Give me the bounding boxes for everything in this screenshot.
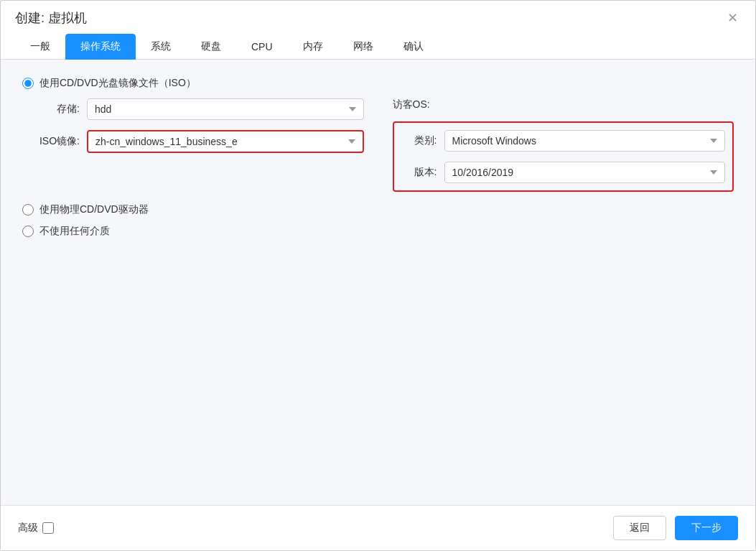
next-button[interactable]: 下一步	[675, 516, 738, 540]
dialog-title: 创建: 虚拟机	[15, 9, 87, 27]
tab-harddisk[interactable]: 硬盘	[186, 34, 236, 60]
tab-cpu[interactable]: CPU	[236, 34, 288, 59]
none-radio[interactable]	[22, 226, 34, 237]
close-button[interactable]: ✕	[724, 9, 741, 27]
footer: 高级 返回 下一步	[1, 505, 755, 550]
category-label: 类别:	[401, 134, 437, 147]
title-bar: 创建: 虚拟机 ✕	[1, 1, 755, 27]
guest-os-title: 访客OS:	[393, 98, 734, 111]
iso-label: ISO镜像:	[22, 135, 80, 148]
iso-select[interactable]: zh-cn_windows_11_business_e	[87, 130, 364, 153]
left-section: 存储: hdd ISO镜像: zh-cn_windows_11_business…	[22, 98, 364, 192]
version-row: 版本: 10/2016/2019 7 8/8.1 Vista XP	[401, 162, 726, 183]
iso-radio-row: 使用CD/DVD光盘镜像文件（ISO）	[22, 77, 734, 90]
advanced-section: 高级	[18, 522, 54, 534]
iso-radio-label[interactable]: 使用CD/DVD光盘镜像文件（ISO）	[39, 77, 196, 90]
category-select[interactable]: Microsoft Windows Linux Other	[444, 130, 726, 152]
tab-network[interactable]: 网络	[338, 34, 388, 60]
none-radio-label[interactable]: 不使用任何介质	[39, 225, 110, 238]
storage-label: 存储:	[22, 103, 80, 116]
advanced-label: 高级	[18, 522, 38, 534]
advanced-checkbox[interactable]	[42, 522, 54, 534]
create-vm-dialog: 创建: 虚拟机 ✕ 一般 操作系统 系统 硬盘 CPU 内存 网络 确认 使用C…	[0, 0, 756, 551]
physical-radio[interactable]	[22, 204, 34, 216]
content-area: 使用CD/DVD光盘镜像文件（ISO） 存储: hdd ISO镜像: zh-cn…	[1, 60, 755, 505]
version-select[interactable]: 10/2016/2019 7 8/8.1 Vista XP	[444, 162, 726, 183]
iso-radio[interactable]	[22, 78, 34, 89]
tab-general[interactable]: 一般	[15, 34, 65, 60]
right-section: 访客OS: 类别: Microsoft Windows Linux Other …	[393, 98, 734, 192]
version-label: 版本:	[401, 166, 437, 179]
main-content: 存储: hdd ISO镜像: zh-cn_windows_11_business…	[22, 98, 734, 192]
physical-radio-label[interactable]: 使用物理CD/DVD驱动器	[39, 203, 149, 216]
back-button[interactable]: 返回	[613, 516, 666, 540]
storage-row: 存储: hdd	[22, 98, 364, 120]
guest-os-highlight-box: 类别: Microsoft Windows Linux Other 版本: 10…	[393, 121, 734, 192]
iso-row: ISO镜像: zh-cn_windows_11_business_e	[22, 130, 364, 153]
tab-confirm[interactable]: 确认	[388, 34, 439, 60]
close-icon: ✕	[727, 10, 738, 26]
tab-bar: 一般 操作系统 系统 硬盘 CPU 内存 网络 确认	[1, 27, 755, 60]
storage-select[interactable]: hdd	[87, 98, 364, 120]
no-media-radio-row: 不使用任何介质	[22, 225, 734, 238]
tab-os[interactable]: 操作系统	[65, 34, 136, 60]
category-row: 类别: Microsoft Windows Linux Other	[401, 130, 726, 152]
tab-system[interactable]: 系统	[136, 34, 186, 60]
physical-radio-row: 使用物理CD/DVD驱动器	[22, 203, 734, 216]
tab-memory[interactable]: 内存	[288, 34, 338, 60]
